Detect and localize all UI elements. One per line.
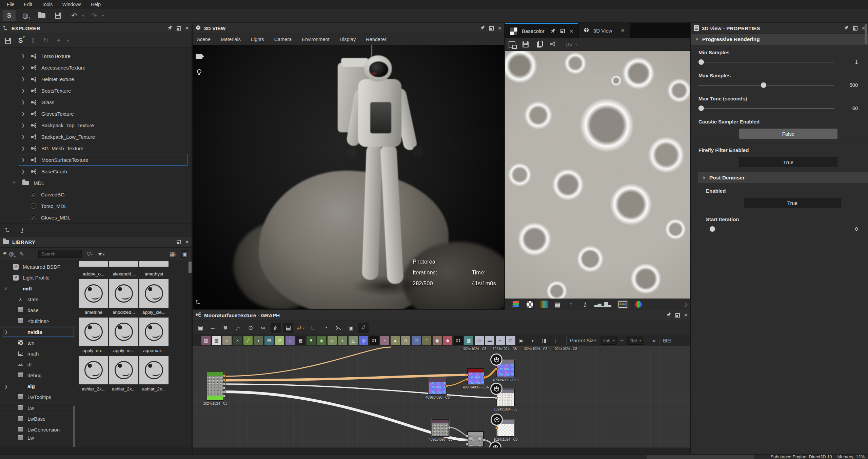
chevron-right-icon[interactable]: ❯ <box>21 134 26 139</box>
properties-scrollbar[interactable] <box>865 24 867 44</box>
fit-view-icon[interactable]: ▣ <box>195 323 205 333</box>
publish-sbsar-icon[interactable]: ✦ <box>56 37 61 44</box>
denoiser-enabled-toggle[interactable]: True <box>744 198 841 208</box>
chevron-right-icon[interactable]: ❯ <box>684 302 688 307</box>
elbow-links-icon[interactable]: ∟ <box>308 323 318 333</box>
palette-node-24[interactable]: ◆ <box>443 336 452 345</box>
node-output-dot[interactable] <box>223 390 226 394</box>
pin-icon[interactable] <box>666 312 671 319</box>
palette-node-23[interactable]: ◉ <box>433 336 442 345</box>
new-mdl-button[interactable]: ◍+ <box>19 10 32 21</box>
chevron-right-icon[interactable]: ❯ <box>21 54 26 58</box>
library-category-math[interactable]: math <box>0 348 76 359</box>
tiling-grid-icon[interactable]: ▦ <box>554 300 561 309</box>
chevron-right-icon[interactable]: ❯ <box>21 169 26 174</box>
chevron-right-icon[interactable]: ❯ <box>21 157 26 162</box>
palette-node-8[interactable]: ↗ <box>275 336 284 345</box>
node-output-dot[interactable] <box>223 395 226 398</box>
node-output-dot[interactable] <box>223 382 226 385</box>
chevron-right-icon[interactable]: ❯ <box>4 330 10 334</box>
library-category-nvidia[interactable]: ❯nvidia <box>0 327 76 338</box>
asset-thumbnail[interactable] <box>139 279 169 308</box>
palette-node-1[interactable]: ▨ <box>201 336 211 345</box>
chevron-right-icon[interactable]: ❯ <box>21 65 26 70</box>
info-icon[interactable]: i <box>581 300 588 309</box>
palette-node-28[interactable]: ▬ <box>485 336 494 345</box>
library-category-lwconversion[interactable]: LwConversion <box>0 424 76 435</box>
palette-node-3[interactable]: ◗ <box>222 336 232 345</box>
view3d-menu-materials[interactable]: Materials <box>221 37 246 42</box>
node-output-dot[interactable] <box>223 378 226 381</box>
tree-item-glovestexture[interactable]: ❯GlovesTexture <box>0 108 192 119</box>
tree-item-bg_mesh_texture[interactable]: ❯BG_Mesh_Texture <box>0 142 192 154</box>
frame-grid-icon[interactable]: # <box>358 323 369 333</box>
node-output-dot[interactable] <box>483 376 486 379</box>
palette-node-14[interactable]: ◐ <box>338 336 347 345</box>
subgraph-icon[interactable]: ◨ <box>540 336 549 345</box>
float-icon[interactable] <box>853 26 857 31</box>
color-monitor-icon[interactable] <box>617 300 629 309</box>
graph-node-normal-combine[interactable] <box>467 368 485 384</box>
parent-width-dropdown[interactable]: 256▾ <box>601 337 617 345</box>
menu-tools[interactable]: Tools <box>37 0 58 9</box>
palette-node-17[interactable]: 01 <box>370 336 379 345</box>
library-category-measuredbsdf[interactable]: ↗Measured BSDF <box>0 262 76 272</box>
asset-thumb-partial[interactable] <box>109 261 138 267</box>
parent-height-dropdown[interactable]: 256▾ <box>627 337 643 345</box>
max-samples-value[interactable]: 500 <box>843 82 858 88</box>
gradient-icon[interactable] <box>540 300 548 309</box>
view3d-menu-renderer[interactable]: Renderer <box>366 37 392 42</box>
chevron-right-icon[interactable]: ❯ <box>21 111 26 116</box>
rgb-circle-icon[interactable] <box>635 300 642 309</box>
library-category-debug[interactable]: debug <box>0 370 76 381</box>
tree-item-backpack_low_texture[interactable]: ❯Backpack_Low_Texture <box>0 131 192 142</box>
view3d-menu-scene[interactable]: Scene <box>197 37 216 42</box>
asset-thumb-partial[interactable] <box>139 261 169 267</box>
view3d-menu-environment[interactable]: Environment <box>302 37 335 42</box>
mannequin-icon[interactable]: ϯ <box>567 300 575 309</box>
copy-icon[interactable] <box>535 40 543 49</box>
chevron-down-icon[interactable]: ˅ <box>13 180 18 185</box>
palette-node-27[interactable]: ◇ <box>475 336 484 345</box>
chevron-right-icon[interactable]: ❯ <box>21 146 26 151</box>
palette-node-12[interactable]: ◈ <box>317 336 326 345</box>
node-input-dot[interactable] <box>495 367 498 370</box>
library-category-lw[interactable]: Lw <box>0 435 76 440</box>
palette-node-22[interactable]: * <box>422 336 431 345</box>
info-icon[interactable]: i <box>21 227 23 234</box>
node-input-dot[interactable] <box>495 426 498 429</box>
graph-node-bubbles-blend[interactable] <box>467 431 484 447</box>
node-input-dot[interactable] <box>466 378 469 381</box>
graph-node-normal-small[interactable] <box>429 378 447 395</box>
palette-node-4[interactable]: × <box>233 336 242 345</box>
active-links-icon[interactable]: ⇄˅ <box>296 323 306 333</box>
undo-button[interactable]: ↶ <box>68 10 81 21</box>
node-input-dot[interactable] <box>466 443 469 446</box>
menu-edit[interactable]: Edit <box>19 0 37 9</box>
max-time-value[interactable]: 60 <box>843 106 858 111</box>
alpha-checker-icon[interactable] <box>526 300 534 309</box>
layers-icon[interactable] <box>508 40 516 49</box>
library-category-lightprofile[interactable]: ↗Light Profile <box>0 272 76 283</box>
palette-node-2[interactable]: ▧ <box>212 336 221 345</box>
palette-node-29[interactable]: ~ <box>496 336 505 345</box>
node-pair-icon[interactable]: ⊞⊟ <box>663 336 672 345</box>
chevron-right-icon[interactable]: ❯ <box>21 123 26 128</box>
node-input-dot[interactable] <box>466 435 469 438</box>
menu-help[interactable]: Help <box>86 0 105 9</box>
save-image-icon[interactable] <box>522 41 529 47</box>
start-iteration-value[interactable]: 0 <box>843 226 858 232</box>
comment-icon[interactable]: ▣ <box>517 336 526 345</box>
node-input-dot[interactable] <box>466 374 469 377</box>
palette-node-13[interactable]: ∞ <box>328 336 337 345</box>
library-category-builtins[interactable]: <builtins> <box>0 316 76 327</box>
view-output-badge[interactable] <box>490 383 502 395</box>
more-options-icon[interactable]: » <box>652 337 655 344</box>
tree-item-glass[interactable]: ❯Glass <box>0 96 192 108</box>
max-time-slider[interactable] <box>698 106 834 111</box>
search-input[interactable] <box>38 250 82 258</box>
palette-node-19[interactable]: ▲ <box>391 336 400 345</box>
library-list-scrollbar[interactable] <box>73 406 75 447</box>
save-all-button[interactable] <box>52 10 64 21</box>
firefly-filter-toggle[interactable]: True <box>739 157 837 167</box>
